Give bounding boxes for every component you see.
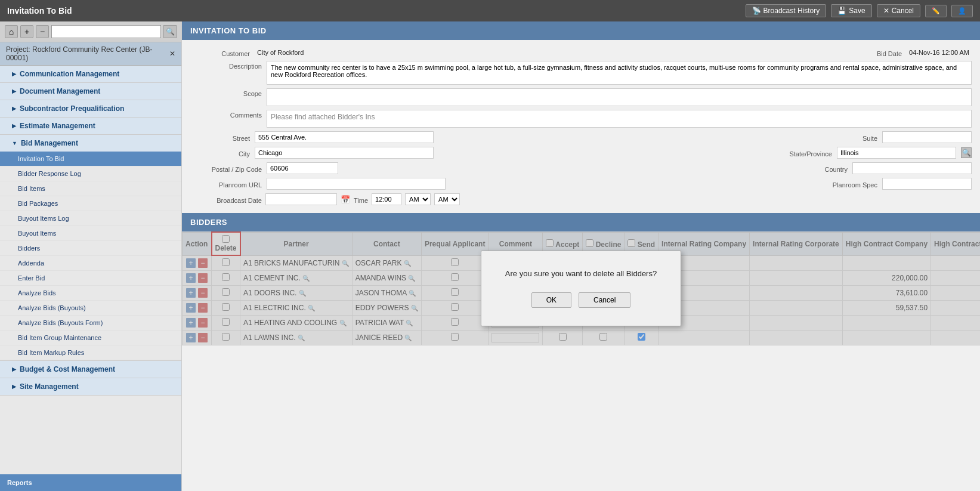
- dialog-cancel-button[interactable]: Cancel: [579, 292, 630, 308]
- sidebar-home-button[interactable]: ⌂: [5, 25, 18, 38]
- chevron-right-icon: ▶: [12, 384, 16, 390]
- ampm-select[interactable]: AM PM: [405, 193, 431, 205]
- project-close-icon[interactable]: ✕: [169, 50, 175, 58]
- broadcast-history-button[interactable]: 📡 Broadcast History: [746, 4, 827, 17]
- sidebar-item-invitation-to-bid[interactable]: Invitation To Bid: [0, 152, 181, 166]
- invitation-section-header: INVITATION TO BID: [182, 21, 980, 40]
- suite-input[interactable]: [882, 131, 972, 143]
- sidebar-item-bid-item-group-maintenance[interactable]: Bid Item Group Maintenance: [0, 331, 181, 345]
- cancel-icon: ✕: [883, 7, 889, 15]
- sidebar-item-enter-bid[interactable]: Enter Bid: [0, 271, 181, 286]
- nav-group-site: ▶ Site Management: [0, 378, 181, 396]
- user-icon-button[interactable]: 👤: [951, 5, 973, 17]
- sidebar-search-button[interactable]: 🔍: [163, 25, 177, 38]
- customer-value: City of Rockford: [255, 48, 306, 57]
- invitation-form: Customer City of Rockford Bid Date 04-No…: [182, 40, 980, 213]
- sidebar: ⌂ + − 🔍 Project: Rockford Community Rec …: [0, 21, 182, 491]
- sidebar-item-buyout-items[interactable]: Buyout Items: [0, 226, 181, 241]
- description-label: Description: [190, 61, 262, 70]
- nav-group-header-subcontractor[interactable]: ▶ Subcontractor Prequalification: [0, 100, 181, 117]
- street-label: Street: [190, 133, 250, 142]
- chevron-right-icon: ▶: [12, 123, 16, 129]
- sidebar-add-button[interactable]: +: [20, 25, 33, 38]
- save-icon: 💾: [837, 7, 846, 15]
- nav-group-header-budget[interactable]: ▶ Budget & Cost Management: [0, 361, 181, 378]
- suite-label: Suite: [862, 133, 877, 142]
- nav-group-budget: ▶ Budget & Cost Management: [0, 361, 181, 378]
- sidebar-item-addenda[interactable]: Addenda: [0, 256, 181, 271]
- bid-date-value: 04-Nov-16 12:00 AM: [907, 48, 972, 57]
- chevron-right-icon: ▶: [12, 71, 16, 77]
- time-label: Time: [354, 195, 368, 204]
- sidebar-item-bidders[interactable]: Bidders: [0, 241, 181, 256]
- sidebar-item-analyze-bids-buyouts-form[interactable]: Analyze Bids (Buyouts Form): [0, 316, 181, 331]
- customer-label: Customer: [190, 48, 250, 57]
- nav-group-header-document[interactable]: ▶ Document Management: [0, 83, 181, 100]
- broadcast-date-input[interactable]: [265, 193, 337, 205]
- dialog-buttons: OK Cancel: [505, 292, 657, 308]
- time-input[interactable]: [372, 193, 401, 205]
- save-button[interactable]: 💾 Save: [831, 4, 871, 17]
- description-value: The new community rec center is to have …: [267, 61, 972, 85]
- postal-input[interactable]: [267, 162, 338, 174]
- dialog-overlay: Are you sure you want to delete all Bidd…: [182, 231, 980, 345]
- sidebar-item-bid-items[interactable]: Bid Items: [0, 181, 181, 196]
- cancel-button[interactable]: ✕ Cancel: [877, 4, 920, 17]
- comments-row: Comments Please find attached Bidder's I…: [182, 108, 980, 129]
- scope-value: [267, 88, 972, 106]
- calendar-icon[interactable]: 📅: [341, 195, 350, 204]
- title-bar: Invitation To Bid 📡 Broadcast History 💾 …: [0, 0, 980, 21]
- broadcast-row: Broadcast Date 📅 Time AM PM AM: [182, 192, 980, 207]
- bidders-table-wrap: Action Delete Partner Contact Prequal Ap…: [182, 231, 980, 345]
- sidebar-item-bidder-response-log[interactable]: Bidder Response Log: [0, 166, 181, 181]
- planroom-url-input[interactable]: [267, 178, 446, 190]
- street-input[interactable]: [255, 131, 434, 143]
- sidebar-footer-reports[interactable]: Reports: [0, 474, 181, 491]
- dialog-ok-button[interactable]: OK: [531, 292, 571, 308]
- scope-label: Scope: [190, 88, 262, 97]
- nav-group-document: ▶ Document Management: [0, 83, 181, 100]
- broadcast-icon: 📡: [752, 7, 761, 15]
- title-bar-actions: 📡 Broadcast History 💾 Save ✕ Cancel ✏️ 👤: [746, 4, 973, 17]
- sidebar-item-bid-item-markup-rules[interactable]: Bid Item Markup Rules: [0, 345, 181, 360]
- planroom-url-label: Planroom URL: [190, 180, 262, 189]
- postal-label: Postal / Zip Code: [190, 164, 262, 173]
- description-row: Description The new community rec center…: [182, 59, 980, 87]
- nav-group-header-site[interactable]: ▶ Site Management: [0, 378, 181, 395]
- comments-value: Please find attached Bidder's Ins: [267, 110, 972, 128]
- sidebar-remove-button[interactable]: −: [36, 25, 49, 38]
- page-title: Invitation To Bid: [7, 6, 72, 16]
- chevron-right-icon: ▶: [12, 106, 16, 112]
- city-input[interactable]: [255, 147, 434, 159]
- planroom-spec-input[interactable]: [882, 178, 972, 190]
- nav-group-header-estimate[interactable]: ▶ Estimate Management: [0, 118, 181, 134]
- comments-label: Comments: [190, 110, 262, 119]
- sidebar-item-analyze-bids[interactable]: Analyze Bids: [0, 286, 181, 301]
- sidebar-item-bid-packages[interactable]: Bid Packages: [0, 196, 181, 211]
- dialog-box: Are you sure you want to delete all Bidd…: [481, 251, 681, 326]
- bidders-section-header: BIDDERS: [182, 213, 980, 231]
- project-header: Project: Rockford Community Rec Center (…: [0, 42, 181, 66]
- nav-group-subcontractor: ▶ Subcontractor Prequalification: [0, 100, 181, 118]
- edit-icon-button[interactable]: ✏️: [925, 5, 947, 17]
- main-layout: ⌂ + − 🔍 Project: Rockford Community Rec …: [0, 21, 980, 491]
- content-area: INVITATION TO BID Customer City of Rockf…: [182, 21, 980, 491]
- ampm-select2[interactable]: AM: [434, 193, 460, 205]
- sidebar-item-analyze-bids-buyouts[interactable]: Analyze Bids (Buyouts): [0, 301, 181, 316]
- sidebar-search-input[interactable]: [51, 25, 161, 38]
- state-search-button[interactable]: 🔍: [961, 147, 972, 158]
- state-input[interactable]: [837, 147, 956, 159]
- nav-group-estimate: ▶ Estimate Management: [0, 118, 181, 135]
- scope-row: Scope: [182, 87, 980, 108]
- state-label: State/Province: [789, 149, 832, 158]
- nav-group-header-communication[interactable]: ▶ Communication Management: [0, 66, 181, 82]
- dialog-message: Are you sure you want to delete all Bidd…: [505, 269, 657, 278]
- nav-group-header-bid[interactable]: ▼ Bid Management: [0, 135, 181, 152]
- bid-date-label: Bid Date: [877, 48, 902, 57]
- nav-group-bid: ▼ Bid Management Invitation To Bid Bidde…: [0, 135, 181, 361]
- chevron-right-icon: ▶: [12, 88, 16, 94]
- chevron-right-icon: ▶: [12, 366, 16, 372]
- sidebar-toolbar: ⌂ + − 🔍: [0, 21, 181, 42]
- country-input[interactable]: [852, 162, 972, 174]
- sidebar-item-buyout-items-log[interactable]: Buyout Items Log: [0, 211, 181, 226]
